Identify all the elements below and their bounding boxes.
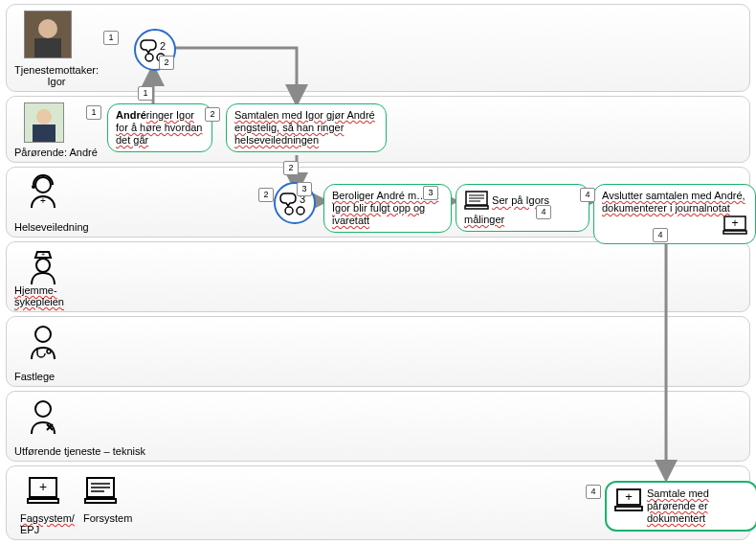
svg-point-12 (47, 350, 51, 353)
node-6-text: Samtale med pårørende er dokumentert (647, 487, 709, 524)
lane-4-text-b: sykepleien (14, 296, 64, 307)
lane-4-text-a: Hjemme- (14, 284, 57, 296)
svg-point-6 (35, 177, 51, 193)
lane-7-text-c: Forsystem (83, 512, 132, 524)
chip-4d: 4 (586, 485, 601, 499)
svg-point-22 (145, 54, 153, 61)
lane-7-text-a: Fagsystem/ (20, 512, 75, 524)
chip-2b: 2 (159, 56, 174, 70)
svg-text:+: + (41, 250, 46, 259)
node-2-text: Samtalen med Igor gjør André engstelig, … (234, 109, 375, 146)
lane-2-text-a: Pårørende: (14, 147, 67, 158)
svg-point-13 (35, 401, 51, 417)
lane-5-text: Fastlege (14, 371, 55, 382)
lane-label-7b: Forsystem (83, 512, 132, 524)
svg-rect-2 (34, 38, 61, 57)
svg-rect-36 (615, 507, 642, 510)
chip-4c: 4 (653, 228, 668, 242)
lane-label-5: Fastlege (14, 371, 55, 382)
svg-text:+: + (40, 195, 46, 206)
node-1-bold: André (116, 109, 146, 121)
computer-plus-icon-small-2: + (614, 487, 643, 515)
lane-6-text: Utførende tjeneste – teknisk (14, 445, 145, 457)
chip-4a: 4 (580, 188, 595, 202)
chip-3b: 3 (423, 186, 438, 200)
diagram-canvas: Tjenestemottaker: Igor Pårørende: André … (0, 0, 756, 544)
lane-2-text-b: André (69, 147, 97, 158)
svg-point-11 (35, 327, 51, 342)
avatar-igor (24, 11, 72, 58)
lane-label-3: Helseveiledning (14, 221, 89, 233)
svg-text:+: + (39, 479, 47, 494)
nurse-headset-icon: + (24, 173, 62, 212)
lane-label-4: Hjemme- sykepleien (14, 284, 64, 307)
lane-1-text-b: Igor (14, 76, 99, 87)
lane-3-text: Helseveiledning (14, 221, 89, 233)
svg-rect-5 (33, 125, 56, 142)
lane-label-7a: Fagsystem/ EPJ (20, 512, 75, 535)
chip-4b: 4 (536, 205, 551, 219)
lane-hjemmesykepleien: + Hjemme- sykepleien (6, 241, 750, 312)
lane-label-6: Utførende tjeneste – teknisk (14, 445, 145, 457)
svg-point-7 (32, 185, 35, 189)
chip-1a: 1 (103, 31, 119, 45)
chip-2d: 2 (258, 188, 274, 202)
svg-point-10 (36, 259, 50, 272)
node-samtalen: Samtalen med Igor gjør André engstelig, … (226, 103, 387, 152)
tech-icon (24, 397, 62, 436)
svg-rect-21 (85, 499, 116, 503)
svg-point-25 (297, 207, 304, 215)
lane-7-text-b: EPJ (20, 524, 75, 535)
nurse-icon: + (24, 248, 62, 286)
node-avslutter: Avslutter samtalen med André, dokumenter… (593, 184, 756, 244)
svg-point-1 (38, 19, 57, 38)
svg-rect-33 (723, 231, 746, 234)
node-5-text: Avslutter samtalen med André, dokumenter… (602, 190, 745, 214)
svg-rect-30 (465, 206, 488, 209)
chip-2c: 2 (283, 161, 299, 175)
computer-lines-icon-small (464, 190, 489, 214)
conv-1-num: 2 (160, 40, 166, 52)
chip-3a: 3 (297, 182, 312, 196)
chip-2a: 2 (205, 107, 220, 122)
lane-teknisk: Utførende tjeneste – teknisk (6, 391, 750, 462)
svg-point-4 (36, 109, 52, 125)
node-andre-ringer: Andréringer Igor for å høre hvordan det … (107, 103, 212, 152)
computer-plus-icon: + (24, 472, 62, 510)
computer-plus-icon-small: + (723, 215, 747, 238)
chip-1b: 1 (86, 105, 101, 120)
svg-text:+: + (625, 489, 633, 504)
node-dokumentert: + Samtale med pårørende er dokumentert (605, 481, 756, 532)
lane-fastlege: Fastlege (6, 316, 750, 387)
lane-tjenestemottaker: Tjenestemottaker: Igor (6, 4, 750, 92)
svg-text:+: + (731, 216, 738, 230)
lane-label-1: Tjenestemottaker: Igor (14, 64, 99, 87)
svg-rect-16 (28, 499, 58, 503)
node-ser-pa: Ser på Igors målinger (456, 184, 589, 232)
lane-1-text-a: Tjenestemottaker: (14, 64, 99, 76)
chip-1c: 1 (138, 86, 153, 101)
doctor-icon (24, 323, 62, 361)
svg-point-24 (285, 207, 293, 215)
computer-lines-icon (81, 472, 120, 510)
lane-label-2: Pårørende: André (14, 147, 98, 158)
avatar-andre (24, 102, 64, 143)
